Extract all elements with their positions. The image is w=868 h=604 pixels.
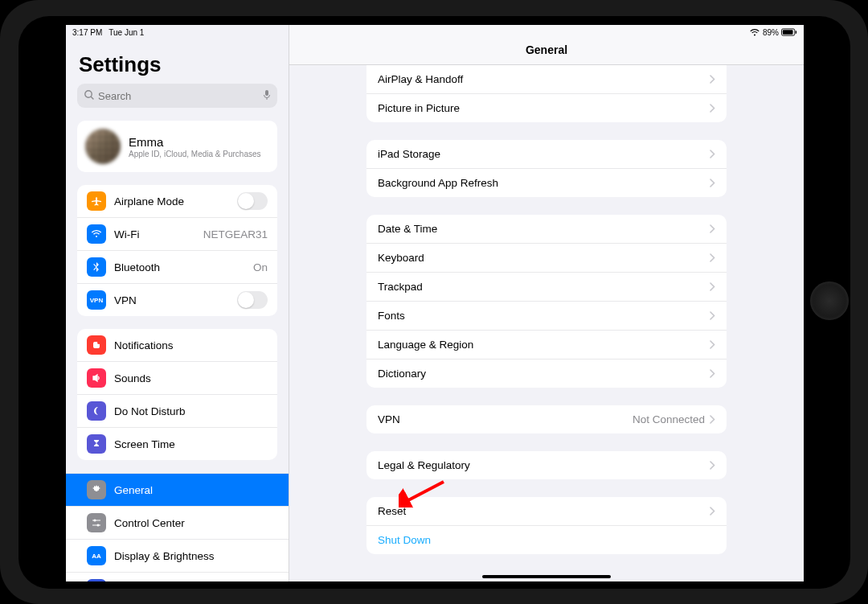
vpn-toggle[interactable] (237, 291, 268, 309)
detail-row-trackpad[interactable]: Trackpad (366, 272, 727, 301)
profile-row[interactable]: Emma Apple ID, iCloud, Media & Purchases (77, 121, 277, 172)
speaker-icon (87, 368, 106, 388)
detail-row-langregion[interactable]: Language & Region (366, 330, 727, 359)
detail-row-datetime[interactable]: Date & Time (366, 215, 727, 243)
sidebar-item-dnd[interactable]: Do Not Disturb (77, 394, 277, 427)
sidebar-item-label: Wi-Fi (114, 228, 203, 240)
device-frame: 3:17 PM Tue Jun 1 89% Settings (0, 0, 868, 604)
vpn-status: Not Connected (633, 413, 705, 425)
sidebar-item-label: Control Center (114, 517, 268, 529)
bluetooth-icon (87, 257, 106, 277)
vpn-icon: VPN (87, 290, 106, 310)
detail-row-label: Trackpad (378, 281, 710, 293)
detail-row-pip[interactable]: Picture in Picture (366, 93, 727, 122)
chevron-right-icon (710, 369, 715, 378)
chevron-right-icon (710, 150, 715, 158)
chevron-right-icon (710, 75, 715, 84)
sidebar-item-screentime[interactable]: Screen Time (77, 427, 277, 460)
moon-icon (87, 401, 106, 421)
status-time: 3:17 PM (72, 28, 102, 37)
home-button[interactable] (810, 281, 849, 320)
detail-pane: General AirPlay & Handoff Picture in Pic… (289, 25, 804, 581)
chevron-right-icon (710, 104, 715, 113)
svg-rect-5 (265, 90, 268, 96)
detail-row-storage[interactable]: iPad Storage (366, 140, 727, 168)
sidebar-item-display[interactable]: AA Display & Brightness (66, 539, 289, 572)
profile-subtitle: Apple ID, iCloud, Media & Purchases (129, 150, 261, 158)
sidebar-item-homescreen[interactable]: Home Screen & Dock (66, 572, 289, 581)
wifi-icon (750, 29, 760, 36)
detail-group-input: Date & Time Keyboard Trackpad Fonts (366, 215, 727, 388)
sidebar-item-label: Airplane Mode (114, 195, 237, 207)
detail-row-bgrefresh[interactable]: Background App Refresh (366, 168, 727, 197)
sidebar-item-bluetooth[interactable]: Bluetooth On (77, 250, 277, 283)
sidebar-item-general[interactable]: General (66, 474, 289, 506)
search-icon (84, 89, 95, 103)
detail-row-label: Date & Time (378, 223, 710, 235)
detail-row-reset[interactable]: Reset (366, 497, 727, 525)
chevron-right-icon (710, 311, 715, 320)
detail-row-label: Background App Refresh (378, 177, 710, 189)
sidebar-item-notifications[interactable]: Notifications (77, 329, 277, 361)
chevron-right-icon (710, 253, 715, 262)
sidebar-item-vpn[interactable]: VPN VPN (77, 283, 277, 316)
sliders-icon (87, 513, 106, 532)
detail-row-label: Shut Down (378, 534, 715, 546)
sidebar-item-controlcenter[interactable]: Control Center (66, 506, 289, 539)
status-date: Tue Jun 1 (108, 28, 144, 37)
sidebar-item-sounds[interactable]: Sounds (77, 361, 277, 394)
home-indicator (482, 575, 611, 578)
detail-row-dictionary[interactable]: Dictionary (366, 359, 727, 388)
chevron-right-icon (710, 282, 715, 291)
sidebar-item-label: Notifications (114, 339, 268, 351)
wifi-value: NETGEAR31 (203, 228, 268, 240)
detail-row-shutdown[interactable]: Shut Down (366, 525, 727, 554)
airplane-toggle[interactable] (237, 192, 268, 210)
sidebar-group-connectivity: Airplane Mode Wi-Fi NETGEAR31 Bluetooth … (77, 185, 277, 316)
svg-line-4 (91, 97, 93, 99)
search-input[interactable] (98, 90, 263, 102)
detail-row-label: Fonts (378, 310, 710, 322)
detail-row-airplay[interactable]: AirPlay & Handoff (366, 65, 727, 93)
bluetooth-value: On (253, 261, 268, 273)
detail-group-legal: Legal & Regulatory (366, 451, 727, 479)
profile-name: Emma (129, 135, 261, 149)
chevron-right-icon (710, 179, 715, 187)
detail-row-vpn[interactable]: VPN Not Connected (366, 405, 727, 433)
page-title: Settings (79, 52, 277, 77)
detail-row-label: Language & Region (378, 339, 710, 351)
detail-row-label: iPad Storage (378, 148, 710, 160)
search-box[interactable] (77, 84, 277, 108)
detail-row-legal[interactable]: Legal & Regulatory (366, 451, 727, 479)
sidebar-item-label: Do Not Disturb (114, 405, 268, 417)
svg-rect-1 (783, 30, 793, 34)
svg-rect-2 (796, 31, 796, 34)
detail-row-fonts[interactable]: Fonts (366, 301, 727, 330)
battery-icon (781, 28, 797, 36)
sidebar-item-airplane[interactable]: Airplane Mode (77, 185, 277, 217)
sidebar-item-label: Bluetooth (114, 261, 253, 273)
display-icon: AA (87, 546, 106, 565)
mic-icon[interactable] (263, 89, 271, 103)
detail-row-label: Keyboard (378, 252, 710, 264)
detail-group-reset: Reset Shut Down (366, 497, 727, 554)
battery-percent: 89% (763, 28, 779, 37)
airplane-icon (87, 191, 106, 211)
avatar (85, 129, 121, 164)
detail-group-vpn: VPN Not Connected (366, 405, 727, 433)
gear-icon (87, 480, 106, 499)
sidebar-item-label: VPN (114, 294, 237, 306)
sidebar-item-wifi[interactable]: Wi-Fi NETGEAR31 (77, 217, 277, 250)
sidebar-item-label: General (114, 484, 268, 496)
detail-body[interactable]: AirPlay & Handoff Picture in Picture iPa… (289, 65, 804, 581)
detail-row-label: Picture in Picture (378, 102, 710, 114)
chevron-right-icon (710, 224, 715, 233)
detail-group-media: AirPlay & Handoff Picture in Picture (366, 65, 727, 122)
svg-point-8 (97, 341, 100, 344)
sidebar-item-label: Display & Brightness (114, 550, 268, 562)
detail-row-keyboard[interactable]: Keyboard (366, 243, 727, 272)
detail-row-label: AirPlay & Handoff (378, 73, 710, 85)
sidebar-group-system: General Control Center AA Display & Brig… (66, 473, 289, 581)
chevron-right-icon (710, 461, 715, 470)
detail-group-storage: iPad Storage Background App Refresh (366, 140, 727, 197)
